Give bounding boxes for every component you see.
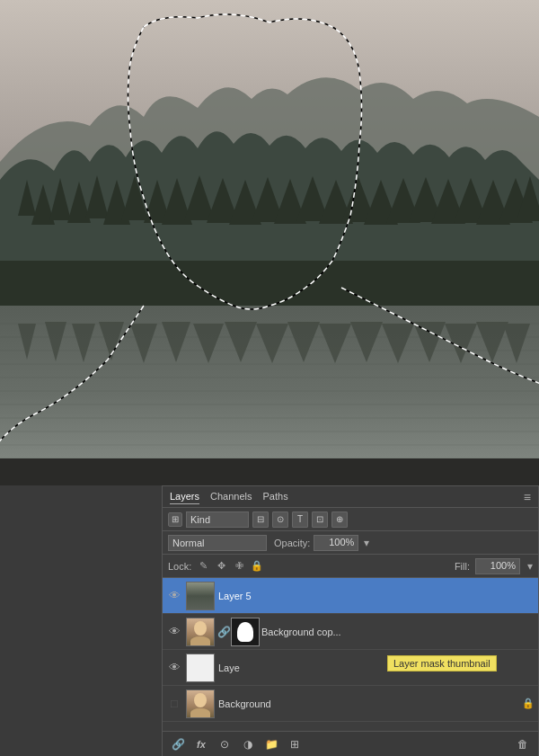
opacity-label: Opacity: [274,538,310,548]
create-group-button[interactable]: 📁 [261,735,281,753]
lock-image-icon[interactable]: ✥ [215,560,227,573]
adjustment-filter-icon[interactable]: ⊙ [272,511,288,528]
tab-paths[interactable]: Paths [263,489,288,504]
layer-locked-icon: 🔒 [522,698,535,709]
layer-mask-background-copy[interactable] [231,618,260,646]
delete-layer-button[interactable]: 🗑 [513,735,533,753]
fill-value[interactable]: 100% [475,558,520,574]
fill-chevron: ▾ [527,560,533,573]
filter-icon[interactable]: ⊞ [168,512,182,527]
link-layers-button[interactable]: 🔗 [168,735,188,753]
canvas-image: .marching-ants { fill: none; stroke-widt… [0,0,539,485]
svg-rect-15 [0,458,539,485]
visibility-icon-unnamed[interactable]: 👁 [166,660,182,676]
layer-item-layer5[interactable]: 👁 Layer 5 [163,578,538,614]
canvas-svg: .marching-ants { fill: none; stroke-widt… [0,0,539,485]
add-layer-style-button[interactable]: fx [191,735,211,753]
layer-item-unnamed[interactable]: 👁 Laye Layer mask thumbnail [163,650,538,686]
layer-name-layer5: Layer 5 [218,591,535,601]
tab-channels[interactable]: Channels [210,489,252,504]
layer-chain-icon: 🔗 [218,624,229,640]
lock-label: Lock: [168,561,191,572]
canvas-area: .marching-ants { fill: none; stroke-widt… [0,0,539,485]
layer-name-background-copy: Background cop... [261,627,535,637]
blend-mode-select[interactable]: Normal [168,535,267,551]
opacity-chevron: ▾ [364,537,369,549]
visibility-icon-background[interactable]: □ [166,696,182,712]
type-filter-icon[interactable]: T [292,511,308,528]
layer-thumb-background [186,689,215,718]
pixel-filter-icon[interactable]: ⊟ [252,511,269,528]
layer-thumb-background-copy [186,618,215,646]
layer-item-background-copy[interactable]: 👁 🔗 Background cop... [163,614,538,650]
layers-list: 👁 Layer 5 👁 🔗 Background cop... [163,578,538,731]
mode-row: Normal Opacity: 100% ▾ [163,531,538,555]
shape-filter-icon[interactable]: ⊡ [312,511,328,528]
new-layer-button[interactable]: ⊞ [285,735,305,753]
fill-label: Fill: [455,561,470,572]
lock-row: Lock: ✎ ✥ ✙ 🔒 Fill: 100% ▾ [163,555,538,578]
visibility-icon-background-copy[interactable]: 👁 [166,624,182,640]
panel-menu-icon[interactable]: ≡ [524,490,531,504]
panel-tabs: Layers Channels Paths ≡ [163,486,538,508]
tab-layers[interactable]: Layers [170,489,199,504]
kind-row: ⊞ Kind ⊟ ⊙ T ⊡ ⊕ [163,508,538,531]
opacity-value[interactable]: 100% [314,535,358,551]
smart-filter-icon[interactable]: ⊕ [331,511,348,528]
add-adjustment-button[interactable]: ◑ [238,735,258,753]
kind-select[interactable]: Kind [186,511,249,528]
layer-item-background[interactable]: □ Background 🔒 [163,686,538,722]
visibility-icon-layer5[interactable]: 👁 [166,588,182,604]
add-mask-button[interactable]: ⊙ [215,735,234,753]
lock-position-icon[interactable]: ✙ [233,560,245,573]
layer-name-unnamed: Laye [218,663,240,673]
layer-thumb-unnamed [186,654,215,682]
layers-panel: Layers Channels Paths ≡ ⊞ Kind ⊟ ⊙ T ⊡ ⊕… [162,485,539,756]
lock-transparent-icon[interactable]: ✎ [197,560,209,573]
panel-toolbar: 🔗 fx ⊙ ◑ 📁 ⊞ 🗑 [163,731,538,756]
layer-thumb-layer5 [186,582,215,610]
layer-mask-tooltip: Layer mask thumbnail [387,655,497,672]
lock-all-icon[interactable]: 🔒 [251,560,263,573]
layer-name-background: Background [218,698,522,709]
